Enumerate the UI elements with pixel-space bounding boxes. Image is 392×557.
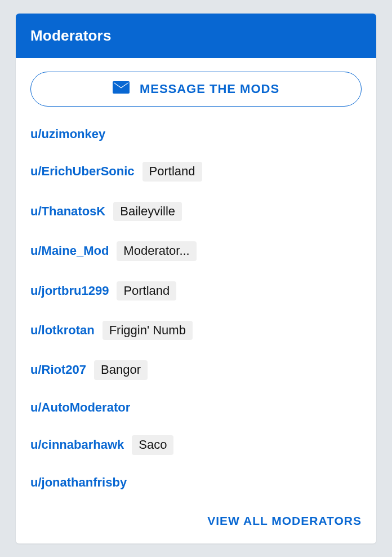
moderator-username-link[interactable]: u/ThanatosK [30, 204, 105, 219]
moderator-item: u/uzimonkey [30, 127, 362, 142]
moderator-username-link[interactable]: u/cinnabarhawk [30, 437, 124, 452]
envelope-icon [113, 81, 130, 97]
moderator-item: u/AutoModerator [30, 400, 362, 415]
moderator-item: u/ErichUberSonicPortland [30, 162, 362, 181]
moderator-flair: Friggin' Numb [103, 321, 193, 340]
moderators-card: Moderators MESSAGE THE MODS u/uzimonkeyu… [16, 14, 376, 543]
moderator-list: u/uzimonkeyu/ErichUberSonicPortlandu/Tha… [30, 127, 362, 490]
moderator-username-link[interactable]: u/AutoModerator [30, 400, 130, 415]
card-body: MESSAGE THE MODS u/uzimonkeyu/ErichUberS… [16, 58, 376, 543]
view-all-label: VIEW ALL MODERATORS [207, 514, 362, 527]
moderator-item: u/Maine_ModModerator... [30, 241, 362, 260]
moderator-flair: Portland [117, 281, 176, 300]
moderator-item: u/jortbru1299Portland [30, 281, 362, 300]
moderator-flair: Portland [142, 162, 202, 181]
moderator-username-link[interactable]: u/Maine_Mod [30, 244, 109, 258]
moderator-item: u/cinnabarhawkSaco [30, 435, 362, 454]
view-all-moderators-link[interactable]: VIEW ALL MODERATORS [30, 497, 362, 528]
moderator-item: u/ThanatosKBaileyville [30, 202, 362, 221]
moderator-flair: Baileyville [113, 202, 182, 221]
moderator-flair: Moderator... [117, 241, 196, 260]
moderator-flair: Bangor [94, 360, 148, 379]
moderator-username-link[interactable]: u/jonathanfrisby [30, 475, 127, 490]
message-mods-button[interactable]: MESSAGE THE MODS [30, 72, 362, 107]
moderator-item: u/lotkrotanFriggin' Numb [30, 321, 362, 340]
card-header: Moderators [16, 14, 376, 58]
moderator-item: u/jonathanfrisby [30, 475, 362, 490]
moderator-username-link[interactable]: u/ErichUberSonic [30, 164, 135, 179]
card-title: Moderators [30, 27, 112, 44]
moderator-username-link[interactable]: u/jortbru1299 [30, 284, 109, 298]
message-mods-label: MESSAGE THE MODS [140, 82, 279, 96]
moderator-flair: Saco [132, 435, 173, 454]
moderator-username-link[interactable]: u/uzimonkey [30, 127, 105, 142]
moderator-item: u/Riot207Bangor [30, 360, 362, 379]
moderator-username-link[interactable]: u/lotkrotan [30, 323, 95, 338]
moderator-username-link[interactable]: u/Riot207 [30, 363, 86, 377]
